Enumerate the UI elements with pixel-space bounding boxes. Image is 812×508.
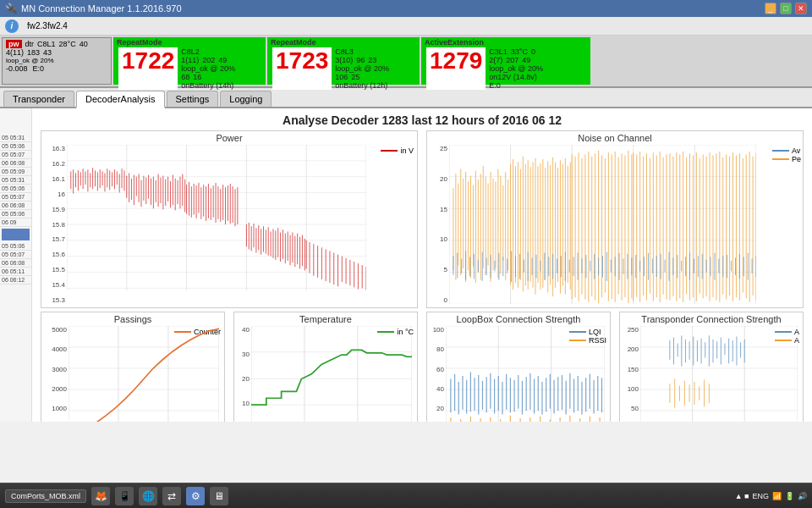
status-row: pw dtr C8L1 28°C 40 4(11) 183 43 loop_ok… [0, 36, 812, 88]
b3-temp: 33°C [511, 47, 528, 56]
transponder-chart-title: Transponder Connection Strength [620, 312, 803, 326]
b3-v1: 0 [531, 47, 535, 56]
time-4: 06 06:08 [0, 159, 31, 168]
b2-v1: 3(10) [335, 56, 353, 64]
taskbar-icon-globe[interactable]: 🌐 [139, 487, 157, 505]
b2-clabel: C8L3 [335, 47, 354, 56]
main-content: 05 05:31 05 05:06 05 05:07 06 06:08 05 0… [0, 108, 812, 422]
taskbar-battery: 🔋 [785, 492, 794, 500]
time-13: 05 05:07 [0, 251, 31, 259]
close-button[interactable]: ✕ [795, 3, 807, 14]
status-box-1279: ActiveExtension 1279 C3L1 33°C 0 2(7) 20… [421, 37, 590, 85]
noise-chart-svg [449, 145, 756, 304]
loop-val3: 43 [43, 48, 52, 57]
taskbar-volume: 🔊 [798, 492, 807, 500]
time-9: 06 06:08 [0, 202, 31, 210]
passings-chart: Passings Counter 500040003000200010000 [41, 312, 225, 422]
box3-label: ActiveExtension [425, 38, 484, 47]
tab-transponder[interactable]: Transponder [3, 91, 74, 107]
tab-logging[interactable]: Logging [220, 91, 272, 107]
left-sidebar: 05 05:31 05 05:06 05 05:07 06 06:08 05 0… [0, 108, 32, 422]
b3-v2: 2(7) [489, 56, 502, 64]
time-1: 05 05:31 [0, 134, 31, 142]
b3-eval: E:0 [489, 81, 543, 90]
noise-legend: Av Pe [772, 146, 801, 163]
b1-v4: 68 [181, 73, 189, 81]
c8l1-label: C8L1 [37, 40, 56, 48]
time-14: 06 06:08 [0, 259, 31, 268]
left-status-box: pw dtr C8L1 28°C 40 4(11) 183 43 loop_ok… [2, 37, 112, 85]
noise-legend-av: Av [792, 146, 800, 155]
loopbox-chart-svg [446, 326, 605, 422]
b3-v3: 207 [506, 56, 518, 64]
power-legend: in V [381, 146, 414, 155]
passings-chart-svg [69, 326, 219, 422]
taskbar-file[interactable]: ComPorts_MOB.xml [5, 489, 86, 503]
time-15: 06 05:11 [0, 268, 31, 276]
page-title: Analyse Decoder 1283 last 12 hours of 20… [32, 108, 812, 130]
app-title: MN Connection Manager 1.1.2016.970 [21, 3, 182, 14]
time-12: 05 05:06 [0, 242, 31, 251]
bottom-charts-row: Passings Counter 500040003000200010000 [32, 312, 812, 422]
noise-chart: Noise on Channel Av Pe 2520151050 [426, 130, 804, 308]
temperature-chart-title: Temperature [234, 312, 417, 326]
loopbox-chart-title: LoopBox Connection Strength [427, 312, 610, 326]
taskbar-system-tray: ▲ ■ [735, 492, 749, 500]
time-5: 05 05:09 [0, 168, 31, 176]
b2-battery: onBattery (12h) [335, 81, 389, 90]
temp-val: 28°C [59, 40, 76, 48]
info-icon: i [5, 19, 19, 33]
tab-settings[interactable]: Settings [167, 91, 219, 107]
app-icon: 🔌 [5, 3, 18, 14]
power-chart-svg [67, 145, 366, 304]
v-val: -0.008 [6, 64, 28, 73]
box2-number: 1723 [272, 47, 332, 90]
b2-v5: 25 [351, 73, 359, 81]
taskbar-icon-gear[interactable]: ⚙ [186, 487, 205, 505]
b2-v2: 96 [356, 56, 365, 64]
infobar: i fw2.3fw2.4 [0, 17, 812, 36]
b3-battery: on12V (14.8v) [489, 73, 543, 81]
b1-battery: onBattery (14h) [181, 81, 235, 90]
b1-v5: 16 [193, 73, 201, 81]
b1-clabel: C8L2 [181, 47, 200, 56]
b2-loop: loop_ok @ 20% [335, 64, 389, 73]
time-7: 05 05:06 [0, 185, 31, 193]
power-chart: Power in V 16.316.216.11615.9 15.815.715… [41, 130, 418, 308]
loop-val: 4(11) [6, 48, 24, 57]
e-val: E:0 [33, 64, 45, 73]
minimize-button[interactable]: _ [765, 3, 776, 14]
b3-v4: 49 [522, 56, 530, 64]
noise-chart-title: Noise on Channel [427, 131, 803, 145]
taskbar-icon-arrow[interactable]: ⇄ [162, 487, 181, 505]
titlebar: 🔌 MN Connection Manager 1.1.2016.970 _ □… [0, 0, 812, 17]
b1-v2: 202 [202, 56, 215, 64]
power-chart-title: Power [41, 131, 417, 145]
time-11: 06 09 [0, 218, 31, 227]
b2-v3: 23 [368, 56, 376, 64]
noise-legend-pe: Pe [792, 155, 801, 163]
taskbar-icon-firefox[interactable]: 🦊 [91, 487, 110, 505]
tab-decoder-analysis[interactable]: DecoderAnalysis [76, 91, 165, 108]
status-box-1722: RepeatMode 1722 C8L2 1(11) 202 49 loop_o… [113, 37, 266, 85]
fw-info: fw2.3fw2.4 [27, 21, 68, 30]
taskbar-icon-monitor[interactable]: 🖥 [210, 487, 228, 505]
b3-clabel: C3L1 [489, 47, 508, 56]
taskbar-icon-phone[interactable]: 📱 [115, 487, 134, 505]
box1-label: RepeatMode [117, 38, 162, 47]
val1: 40 [80, 40, 88, 48]
status-box-1723: RepeatMode 1723 C8L3 3(10) 96 23 loop_ok… [267, 37, 420, 85]
passings-chart-title: Passings [41, 312, 224, 326]
transponder-chart: Transponder Connection Strength A A 2502… [619, 312, 804, 422]
time-3: 05 05:07 [0, 151, 31, 159]
maximize-button[interactable]: □ [780, 3, 792, 14]
loopbox-chart: LoopBox Connection Strength LQI RSSI 100… [426, 312, 611, 422]
temperature-chart-svg [251, 326, 412, 422]
b1-loop: loop_ok @ 20% [181, 64, 235, 73]
top-charts-row: Power in V 16.316.216.11615.9 15.815.715… [32, 130, 812, 308]
box1-number: 1722 [118, 47, 178, 90]
dtr-label: dtr [25, 40, 35, 48]
taskbar-wifi: 📶 [772, 492, 782, 500]
time-6: 05 05:31 [0, 176, 31, 185]
power-legend-label: in V [400, 146, 414, 155]
